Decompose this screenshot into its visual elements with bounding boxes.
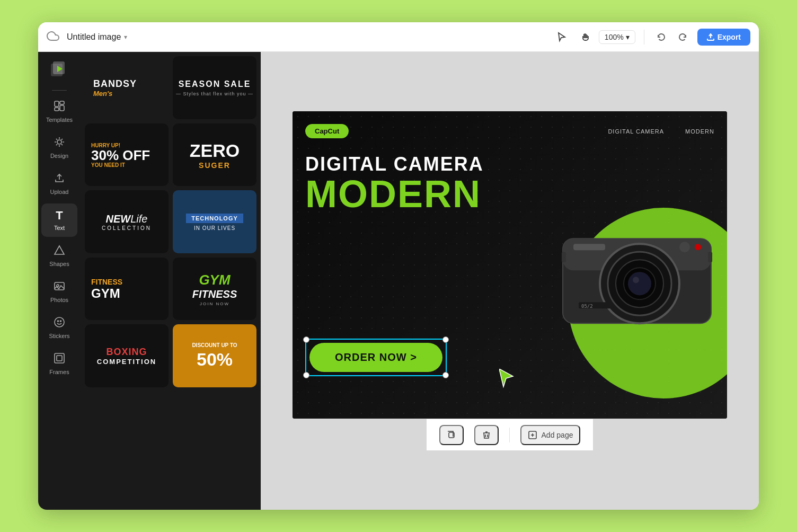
canvas-area[interactable]: CapCut DIGITAL CAMERA MODERN DIGITAL CAM… [261,52,759,510]
zoom-value: 100% [605,33,624,41]
template-text: Men's [93,90,112,97]
export-label: Export [718,33,741,41]
shapes-label: Shapes [49,261,69,268]
redo-button[interactable] [674,29,691,46]
templates-icon [54,100,65,114]
sidebar-item-design[interactable]: Design [41,131,77,165]
doc-title[interactable]: Untitled image ▾ [67,32,127,42]
svg-marker-15 [499,369,513,387]
svg-point-10 [55,317,64,327]
template-text: BANDSY [93,78,137,90]
top-bar-center: 100% ▾ [552,28,691,47]
add-page-label: Add page [542,431,573,439]
template-card-boxing[interactable]: BOXING COMPETITION [85,324,169,387]
undo-button[interactable] [653,29,670,46]
export-button[interactable]: Export [697,29,750,46]
canvas-logo-badge: CapCut [305,124,349,138]
order-now-button-element: ORDER NOW > [309,343,442,372]
design-icon [54,136,65,150]
canvas-wrapper: CapCut DIGITAL CAMERA MODERN DIGITAL CAM… [293,111,727,419]
template-card-zero[interactable]: ZERO SUGER [173,123,256,187]
zoom-control[interactable]: 100% ▾ [599,30,635,44]
frames-label: Frames [49,369,69,376]
template-card-hurry[interactable]: HURRY UP! 30% OFF YOU NEED IT [85,123,169,187]
selected-element-container: ORDER NOW > [305,339,447,376]
template-card-gym[interactable]: GYM FITNESS JOIN NOW [173,258,256,321]
svg-rect-4 [55,108,59,111]
duplicate-page-button[interactable] [439,425,464,445]
template-card-fitness[interactable]: FITNESS GYM [85,258,169,321]
template-card-discount[interactable]: DISCOUNT UP TO 50% [173,324,256,387]
sidebar-item-upload[interactable]: Upload [41,167,77,201]
cursor-icon [499,369,516,392]
template-text: YOU NEED IT [91,162,125,168]
sidebar-item-shapes[interactable]: Shapes [41,239,77,273]
svg-point-12 [60,321,61,322]
canvas-nav: CapCut DIGITAL CAMERA MODERN [305,124,714,138]
text-label: Text [54,225,65,232]
template-text: DISCOUNT UP TO [188,342,241,348]
template-text: 30% OFF [91,148,150,162]
sidebar-item-photos[interactable]: Photos [41,275,77,309]
svg-text:05/2: 05/2 [581,304,593,309]
top-bar-left: Untitled image ▾ [47,30,546,45]
template-card-new[interactable]: NEWLife COLLECTION [85,190,169,253]
top-bar: Untitled image ▾ 100% ▾ [38,22,759,52]
template-text: BOXING [106,347,147,358]
svg-rect-27 [562,252,566,262]
sidebar-item-stickers[interactable]: Stickers [41,311,77,345]
sidebar-item-templates[interactable]: Templates [41,95,77,129]
left-sidebar: Templates Design Upload [38,52,81,510]
template-text: GYM [91,286,120,301]
svg-point-22 [628,272,651,295]
canvas-background: CapCut DIGITAL CAMERA MODERN DIGITAL CAM… [293,111,727,419]
hand-tool-button[interactable] [575,28,595,47]
svg-point-9 [57,285,59,287]
template-text: COMPETITION [97,358,156,366]
handle-br [442,372,449,378]
template-text: — Styles that flex with you — [176,91,253,96]
svg-point-26 [695,244,701,250]
svg-point-23 [633,277,639,283]
nav-link-1: DIGITAL CAMERA [608,128,664,135]
svg-rect-5 [60,105,64,111]
design-label: Design [50,153,68,159]
svg-rect-28 [708,252,712,262]
cloud-icon [47,30,61,45]
toolbar-divider [644,30,644,45]
handle-tl [303,336,309,343]
select-tool-button[interactable] [552,28,571,47]
shapes-icon [54,244,65,259]
sidebar-separator [52,90,67,91]
stickers-icon [54,316,65,331]
handle-bl [303,372,309,378]
add-page-button[interactable]: Add page [520,425,581,445]
template-text: JOIN NOW [200,302,229,306]
bottom-separator [509,428,510,442]
template-text: IN OUR LIVES [194,225,235,231]
delete-page-button[interactable] [474,425,499,445]
sidebar-item-frames[interactable]: Frames [41,347,77,381]
canvas-headline: DIGITAL CAMERA MODERN [305,154,484,213]
template-text: 50% [197,349,233,370]
template-card-tech[interactable]: TECHNOLOGY IN OUR LIVES [173,190,256,253]
stickers-label: Stickers [49,333,69,340]
template-card-season[interactable]: SEASON SALE — Styles that flex with you … [173,56,256,119]
title-chevron-icon: ▾ [124,33,127,41]
template-card-bandsy[interactable]: BANDSY Men's [85,56,169,119]
canvas[interactable]: CapCut DIGITAL CAMERA MODERN DIGITAL CAM… [293,111,727,419]
svg-rect-24 [573,244,605,250]
sidebar-item-text[interactable]: T Text [41,203,77,237]
svg-rect-2 [55,101,59,107]
main-content: Templates Design Upload [38,52,759,510]
template-text: GYM [199,272,230,288]
svg-point-25 [679,242,690,252]
template-text: SEASON SALE [179,79,251,89]
doc-title-text: Untitled image [67,32,121,42]
headline-sub: DIGITAL CAMERA [305,154,484,175]
headline-main: MODERN [305,175,484,213]
svg-rect-14 [57,356,62,361]
handle-tr [442,336,449,343]
frames-icon [54,352,65,367]
template-text: NEWLife [106,213,148,225]
